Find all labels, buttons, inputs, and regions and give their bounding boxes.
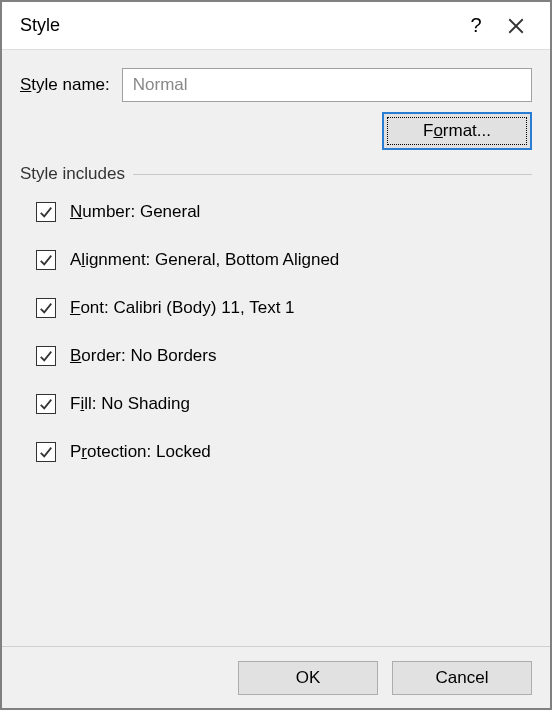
protection-label: Protection: Locked [70, 442, 211, 462]
include-border: Border: No Borders [36, 346, 532, 366]
includes-list: Number: General Alignment: General, Bott… [20, 202, 532, 462]
dialog-footer: OK Cancel [2, 646, 550, 708]
titlebar: Style ? [2, 2, 550, 50]
cancel-button[interactable]: Cancel [392, 661, 532, 695]
style-includes-group: Style includes [20, 164, 532, 184]
ok-button[interactable]: OK [238, 661, 378, 695]
border-checkbox[interactable] [36, 346, 56, 366]
number-label: Number: General [70, 202, 200, 222]
include-alignment: Alignment: General, Bottom Aligned [36, 250, 532, 270]
include-protection: Protection: Locked [36, 442, 532, 462]
format-button[interactable]: Format... [382, 112, 532, 150]
border-label: Border: No Borders [70, 346, 216, 366]
include-fill: Fill: No Shading [36, 394, 532, 414]
close-icon[interactable] [496, 2, 536, 50]
style-name-input[interactable] [122, 68, 532, 102]
dialog-content: Style name: Format... Style includes Num… [2, 50, 550, 646]
font-label: Font: Calibri (Body) 11, Text 1 [70, 298, 295, 318]
include-number: Number: General [36, 202, 532, 222]
style-dialog: Style ? Style name: Format... Style incl… [0, 0, 552, 710]
fill-checkbox[interactable] [36, 394, 56, 414]
group-label: Style includes [20, 164, 125, 184]
style-name-label: Style name: [20, 75, 110, 95]
alignment-checkbox[interactable] [36, 250, 56, 270]
help-icon[interactable]: ? [456, 2, 496, 50]
include-font: Font: Calibri (Body) 11, Text 1 [36, 298, 532, 318]
fill-label: Fill: No Shading [70, 394, 190, 414]
alignment-label: Alignment: General, Bottom Aligned [70, 250, 339, 270]
style-name-row: Style name: [20, 68, 532, 102]
font-checkbox[interactable] [36, 298, 56, 318]
number-checkbox[interactable] [36, 202, 56, 222]
dialog-title: Style [20, 15, 456, 36]
group-separator [133, 174, 532, 175]
protection-checkbox[interactable] [36, 442, 56, 462]
